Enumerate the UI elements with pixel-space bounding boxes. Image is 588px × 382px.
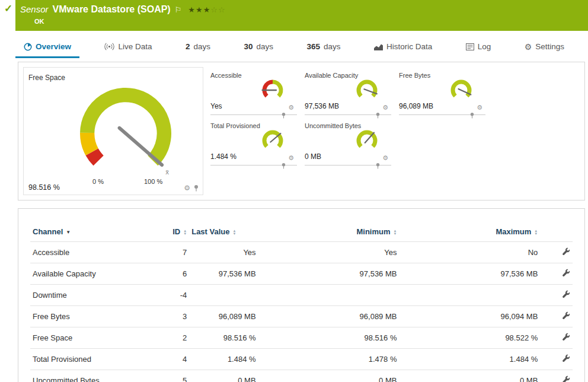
wrench-icon[interactable] xyxy=(562,375,570,382)
table-row: Uncommitted Bytes 5 0 MB 0 MB 0 MB xyxy=(30,370,573,382)
channel-name[interactable]: Free Space xyxy=(33,333,72,342)
pin-icon[interactable] xyxy=(193,184,199,192)
channel-maximum xyxy=(399,285,540,306)
wrench-icon[interactable] xyxy=(562,269,570,277)
tab-historic-data[interactable]: Historic Data xyxy=(366,37,440,58)
free-space-gauge-card: Free Space x̄ 0 % 100 % 98.516 % ⚙ xyxy=(23,67,203,195)
free-space-gauge: x̄ xyxy=(60,78,191,185)
channel-last-value: 98.516 % xyxy=(189,327,258,349)
gauge-value: 0 MB xyxy=(305,152,321,161)
channel-maximum: 98.522 % xyxy=(399,327,540,349)
channel-name[interactable]: Uncommitted Bytes xyxy=(33,376,100,382)
small-gauges-grid: Accessible Yes ⚙ Available Capacity 97,5… xyxy=(209,67,580,195)
column-header-actions xyxy=(540,222,573,242)
tab-label: Live Data xyxy=(118,42,152,51)
column-header-maximum[interactable]: Maximum▲▼ xyxy=(399,222,540,242)
tab-number: 365 xyxy=(306,42,320,51)
available-capacity-gauge xyxy=(353,78,381,103)
column-label: Maximum xyxy=(496,227,531,236)
column-header-last-value[interactable]: Last Value▲▼ xyxy=(189,222,258,242)
column-label: Minimum xyxy=(356,227,390,236)
tab-2-days[interactable]: 2 days xyxy=(177,37,219,58)
gauge-max-label: 100 % xyxy=(144,178,162,185)
channel-id: 7 xyxy=(144,242,189,263)
available-capacity-gauge-card: Available Capacity 97,536 MB ⚙ xyxy=(305,69,391,115)
page-title: VMware Datastore (SOAP) xyxy=(53,4,171,15)
gear-icon[interactable]: ⚙ xyxy=(382,154,388,162)
stars-filled: ★★★ xyxy=(188,5,210,14)
tab-label: days xyxy=(193,42,210,51)
column-label: Last Value xyxy=(191,227,229,236)
channel-name[interactable]: Downtime xyxy=(33,291,67,300)
gear-icon[interactable]: ⚙ xyxy=(288,154,294,162)
column-header-id[interactable]: ID▲▼ xyxy=(144,222,189,242)
column-label: Channel xyxy=(33,227,63,236)
sort-icon: ▲▼ xyxy=(534,230,538,235)
tab-label: Historic Data xyxy=(386,42,432,51)
tab-overview[interactable]: Overview xyxy=(15,37,79,58)
tab-settings[interactable]: ⚙ Settings xyxy=(516,37,573,58)
column-header-minimum[interactable]: Minimum▲▼ xyxy=(258,222,400,242)
gauge-title: Free Space xyxy=(28,74,65,82)
gauge-value: 96,089 MB xyxy=(399,102,433,110)
tab-label: days xyxy=(256,42,273,51)
channel-id: 4 xyxy=(144,349,189,370)
table-row: Downtime -4 xyxy=(30,285,573,306)
table-header-row: Channel▼ ID▲▼ Last Value▲▼ Minimum▲▼ Max… xyxy=(30,222,573,242)
flag-icon[interactable]: ⚐ xyxy=(175,5,182,14)
free-bytes-gauge xyxy=(448,78,475,103)
column-header-channel[interactable]: Channel▼ xyxy=(30,222,144,242)
gear-icon: ⚙ xyxy=(525,42,532,52)
tab-number: 30 xyxy=(244,42,253,51)
channel-name[interactable]: Total Provisioned xyxy=(33,355,91,364)
wrench-icon[interactable] xyxy=(562,311,570,320)
gear-icon[interactable]: ⚙ xyxy=(382,104,388,112)
channel-last-value: Yes xyxy=(189,242,258,263)
sort-icon: ▲▼ xyxy=(233,230,237,235)
average-marker: x̄ xyxy=(165,168,169,176)
sort-icon: ▲▼ xyxy=(394,230,397,235)
gear-icon[interactable]: ⚙ xyxy=(184,184,190,192)
wrench-icon[interactable] xyxy=(562,290,570,298)
table-row: Total Provisioned 4 1.484 % 1.478 % 1.48… xyxy=(30,349,573,370)
accessible-gauge xyxy=(259,78,286,103)
table-row: Accessible 7 Yes Yes No xyxy=(30,242,573,263)
pie-chart-icon xyxy=(24,43,32,51)
tab-log[interactable]: Log xyxy=(458,37,500,58)
channel-last-value: 0 MB xyxy=(189,370,258,382)
channel-maximum: 96,094 MB xyxy=(399,306,540,327)
channel-minimum: 98.516 % xyxy=(258,327,400,349)
channel-name[interactable]: Accessible xyxy=(33,248,69,257)
free-bytes-gauge-card: Free Bytes 96,089 MB ⚙ xyxy=(399,69,485,115)
accessible-gauge-card: Accessible Yes ⚙ xyxy=(210,69,297,115)
channel-name[interactable]: Available Capacity xyxy=(33,269,96,278)
total-provisioned-gauge-card: Total Provisioned 1.484 % ⚙ xyxy=(210,120,297,165)
wrench-icon[interactable] xyxy=(562,247,570,256)
tab-live-data[interactable]: Live Data xyxy=(96,37,160,58)
tab-30-days[interactable]: 30 days xyxy=(235,37,282,58)
channel-name[interactable]: Free Bytes xyxy=(33,312,70,321)
channel-minimum xyxy=(258,285,400,306)
star-rating[interactable]: ★★★☆☆ xyxy=(188,5,225,14)
status-badge: OK xyxy=(34,18,588,25)
total-provisioned-gauge xyxy=(259,128,286,153)
gear-icon[interactable]: ⚙ xyxy=(288,104,294,112)
gauge-value: 98.516 % xyxy=(28,183,60,192)
sort-desc-icon: ▼ xyxy=(66,230,71,235)
sensor-header-bar: Sensor VMware Datastore (SOAP) ⚐ ★★★☆☆ O… xyxy=(15,0,588,31)
table-row: Free Bytes 3 96,089 MB 96,089 MB 96,094 … xyxy=(30,306,573,327)
wrench-icon[interactable] xyxy=(562,354,570,362)
tab-label: Overview xyxy=(36,42,71,51)
gauge-title: Total Provisioned xyxy=(210,122,260,129)
ok-check-icon: ✓ xyxy=(0,0,15,31)
channel-id: 3 xyxy=(144,306,189,327)
gauge-value: 1.484 % xyxy=(210,152,237,161)
channel-id: -4 xyxy=(144,285,189,306)
historic-data-icon xyxy=(374,43,383,50)
tab-365-days[interactable]: 365 days xyxy=(298,37,349,58)
channel-id: 2 xyxy=(144,327,189,349)
channel-minimum: 0 MB xyxy=(258,370,400,382)
gauge-title: Free Bytes xyxy=(399,72,430,79)
gear-icon[interactable]: ⚙ xyxy=(477,104,482,112)
wrench-icon[interactable] xyxy=(562,333,570,341)
